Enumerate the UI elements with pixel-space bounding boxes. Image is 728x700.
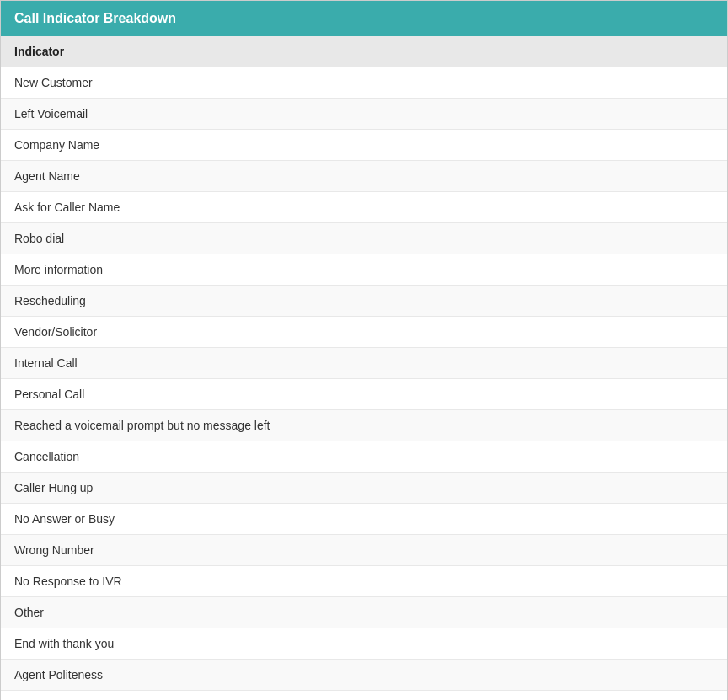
table-row: No Answer or Busy bbox=[1, 504, 727, 535]
indicator-cell: Reached a voicemail prompt but no messag… bbox=[1, 410, 727, 441]
indicator-cell: Agent Name bbox=[1, 161, 727, 192]
table-row: Company Name bbox=[1, 130, 727, 161]
table-row: No Response to IVR bbox=[1, 566, 727, 597]
table-row: Internal Call bbox=[1, 348, 727, 379]
indicator-cell: Vendor/Solicitor bbox=[1, 317, 727, 348]
indicator-cell: No Response to IVR bbox=[1, 566, 727, 597]
table-row: Left Voicemail bbox=[1, 99, 727, 130]
title-bar: Call Indicator Breakdown bbox=[1, 1, 727, 36]
table-row: Agent Politeness bbox=[1, 660, 727, 691]
indicator-cell: Rescheduling bbox=[1, 286, 727, 317]
indicator-cell: Internal Call bbox=[1, 348, 727, 379]
main-window: Call Indicator Breakdown Indicator New C… bbox=[0, 0, 728, 700]
indicator-cell: Robo dial bbox=[1, 223, 727, 254]
indicator-cell: Other bbox=[1, 597, 727, 628]
table-row: Personal Call bbox=[1, 379, 727, 410]
table-row: Agent Name bbox=[1, 161, 727, 192]
table-row: Acquired Address bbox=[1, 691, 727, 701]
indicator-cell: Wrong Number bbox=[1, 535, 727, 566]
indicator-column-header: Indicator bbox=[1, 36, 727, 67]
indicator-cell: Agent Politeness bbox=[1, 660, 727, 691]
indicator-cell: Ask for Caller Name bbox=[1, 192, 727, 223]
table-header-row: Indicator bbox=[1, 36, 727, 67]
indicator-cell: No Answer or Busy bbox=[1, 504, 727, 535]
table-row: End with thank you bbox=[1, 628, 727, 660]
table-row: Wrong Number bbox=[1, 535, 727, 566]
indicator-cell: Company Name bbox=[1, 130, 727, 161]
indicator-cell: More information bbox=[1, 254, 727, 286]
table-row: Other bbox=[1, 597, 727, 628]
table-row: Rescheduling bbox=[1, 286, 727, 317]
table-body: New CustomerLeft VoicemailCompany NameAg… bbox=[1, 67, 727, 701]
table-row: Cancellation bbox=[1, 441, 727, 473]
indicator-cell: New Customer bbox=[1, 67, 727, 99]
table-row: Robo dial bbox=[1, 223, 727, 254]
table-row: Caller Hung up bbox=[1, 473, 727, 504]
indicator-cell: Left Voicemail bbox=[1, 99, 727, 130]
indicator-cell: Personal Call bbox=[1, 379, 727, 410]
indicator-table: Indicator New CustomerLeft VoicemailComp… bbox=[1, 36, 727, 700]
table-row: Vendor/Solicitor bbox=[1, 317, 727, 348]
table-row: Reached a voicemail prompt but no messag… bbox=[1, 410, 727, 441]
indicator-cell: End with thank you bbox=[1, 628, 727, 660]
indicator-cell: Caller Hung up bbox=[1, 473, 727, 504]
table-row: Ask for Caller Name bbox=[1, 192, 727, 223]
table-container: Indicator New CustomerLeft VoicemailComp… bbox=[1, 36, 727, 700]
indicator-cell: Acquired Address bbox=[1, 691, 727, 701]
indicator-cell: Cancellation bbox=[1, 441, 727, 473]
table-row: More information bbox=[1, 254, 727, 286]
table-row: New Customer bbox=[1, 67, 727, 99]
window-title: Call Indicator Breakdown bbox=[14, 11, 176, 25]
